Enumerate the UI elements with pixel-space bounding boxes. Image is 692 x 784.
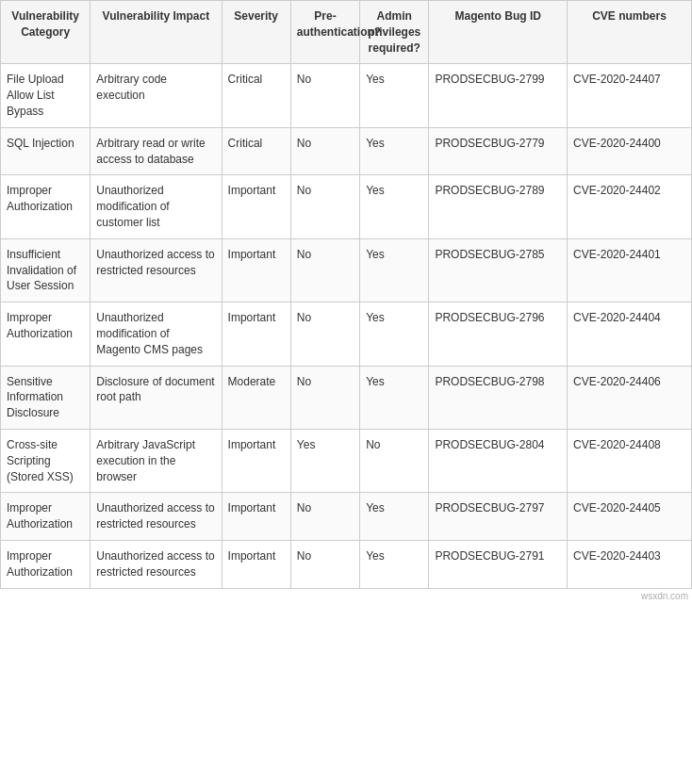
cell-preauth: No [290,493,359,541]
table-header-row: Vulnerability Category Vulnerability Imp… [1,1,692,64]
cell-impact: Unauthorized modification of customer li… [91,175,222,238]
cell-preauth: No [290,366,359,429]
table-row: Sensitive Information DisclosureDisclosu… [1,366,692,429]
cell-admin: Yes [360,302,429,366]
cell-impact: Unauthorized modification of Magento CMS… [91,302,222,366]
cell-cve: CVE-2020-24405 [568,493,692,541]
cell-preauth: Yes [290,429,359,492]
table-row: Improper AuthorizationUnauthorized modif… [1,302,692,366]
header-bugid: Magento Bug ID [429,1,568,64]
cell-bugid: PRODSECBUG-2791 [429,540,568,588]
cell-preauth: No [290,175,359,238]
watermark-text: wsxdn.com [0,589,692,603]
cell-category: Improper Authorization [1,302,91,366]
cell-category: Cross-site Scripting (Stored XSS) [1,429,91,492]
cell-bugid: PRODSECBUG-2797 [429,493,568,541]
cell-impact: Arbitrary JavaScript execution in the br… [91,429,222,492]
cell-admin: Yes [360,175,429,238]
table-row: SQL InjectionArbitrary read or write acc… [1,127,692,175]
cell-admin: No [360,429,429,492]
cell-severity: Important [222,175,290,238]
cell-impact: Unauthorized access to restricted resour… [91,493,222,541]
cell-preauth: No [290,302,359,366]
header-category: Vulnerability Category [1,1,91,64]
cell-impact: Unauthorized access to restricted resour… [91,540,222,588]
vulnerability-table: Vulnerability Category Vulnerability Imp… [0,0,692,589]
table-row: Improper AuthorizationUnauthorized acces… [1,493,692,541]
header-impact: Vulnerability Impact [91,1,222,64]
cell-category: Improper Authorization [1,175,91,238]
table-row: Improper AuthorizationUnauthorized acces… [1,540,692,588]
cell-bugid: PRODSECBUG-2799 [429,64,568,127]
cell-cve: CVE-2020-24406 [568,366,692,429]
header-severity: Severity [222,1,290,64]
table-body: File Upload Allow List BypassArbitrary c… [1,64,692,588]
cell-cve: CVE-2020-24401 [568,238,692,302]
cell-impact: Arbitrary code execution [91,64,222,127]
cell-admin: Yes [360,540,429,588]
cell-bugid: PRODSECBUG-2785 [429,238,568,302]
cell-bugid: PRODSECBUG-2789 [429,175,568,238]
cell-severity: Moderate [222,366,290,429]
cell-cve: CVE-2020-24400 [568,127,692,175]
cell-admin: Yes [360,127,429,175]
cell-bugid: PRODSECBUG-2798 [429,366,568,429]
cell-cve: CVE-2020-24408 [568,429,692,492]
cell-category: Sensitive Information Disclosure [1,366,91,429]
cell-cve: CVE-2020-24403 [568,540,692,588]
cell-severity: Important [222,429,290,492]
table-row: Insufficient Invalidation of User Sessio… [1,238,692,302]
cell-cve: CVE-2020-24402 [568,175,692,238]
cell-bugid: PRODSECBUG-2796 [429,302,568,366]
cell-admin: Yes [360,238,429,302]
cell-severity: Important [222,238,290,302]
cell-admin: Yes [360,493,429,541]
header-cve: CVE numbers [568,1,692,64]
cell-preauth: No [290,238,359,302]
table-row: Improper AuthorizationUnauthorized modif… [1,175,692,238]
cell-preauth: No [290,127,359,175]
cell-preauth: No [290,64,359,127]
cell-category: SQL Injection [1,127,91,175]
cell-category: Improper Authorization [1,493,91,541]
cell-severity: Important [222,540,290,588]
cell-category: Insufficient Invalidation of User Sessio… [1,238,91,302]
header-preauth: Pre-authentication? [290,1,359,64]
cell-impact: Unauthorized access to restricted resour… [91,238,222,302]
cell-category: Improper Authorization [1,540,91,588]
cell-cve: CVE-2020-24404 [568,302,692,366]
cell-cve: CVE-2020-24407 [568,64,692,127]
cell-preauth: No [290,540,359,588]
cell-admin: Yes [360,366,429,429]
cell-category: File Upload Allow List Bypass [1,64,91,127]
cell-severity: Important [222,493,290,541]
cell-severity: Important [222,302,290,366]
table-row: Cross-site Scripting (Stored XSS)Arbitra… [1,429,692,492]
cell-bugid: PRODSECBUG-2779 [429,127,568,175]
cell-severity: Critical [222,64,290,127]
cell-severity: Critical [222,127,290,175]
header-admin: Admin privileges required? [360,1,429,64]
cell-impact: Arbitrary read or write access to databa… [91,127,222,175]
cell-impact: Disclosure of document root path [91,366,222,429]
cell-bugid: PRODSECBUG-2804 [429,429,568,492]
table-row: File Upload Allow List BypassArbitrary c… [1,64,692,127]
cell-admin: Yes [360,64,429,127]
